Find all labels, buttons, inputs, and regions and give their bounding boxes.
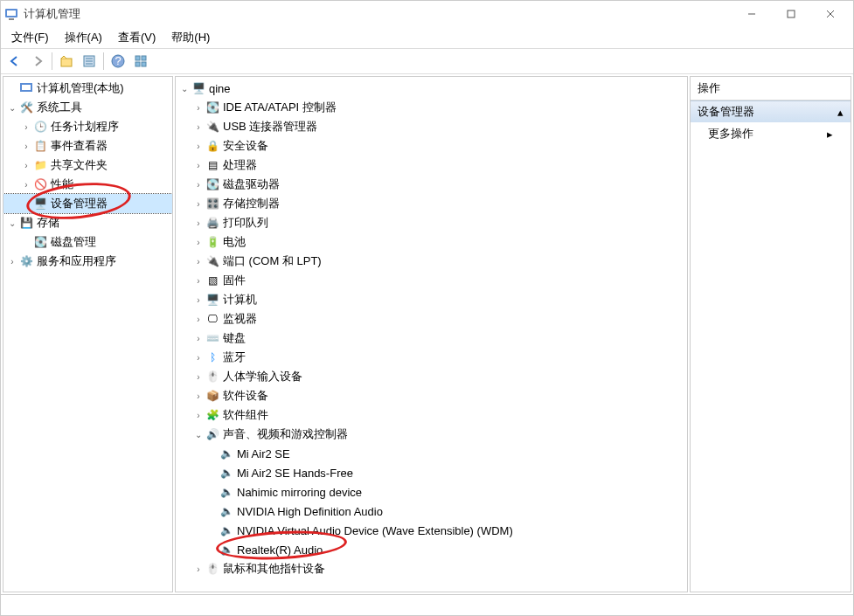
actions-header: 操作 — [691, 77, 851, 100]
sound-device[interactable]: ›🔈Mi Air2 SE — [176, 444, 687, 463]
services-icon: ⚙️ — [19, 254, 33, 268]
device-tree-pane[interactable]: ⌄ 🖥️ qine ›💽IDE ATA/ATAPI 控制器 ›🔌USB 连接器管… — [175, 76, 688, 592]
tree-root[interactable]: ▸ 计算机管理(本地) — [3, 79, 172, 98]
computer-icon: 🖥️ — [205, 293, 219, 307]
twisty-expanded-icon[interactable]: ⌄ — [191, 430, 205, 440]
cat-usb[interactable]: ›🔌USB 连接器管理器 — [176, 117, 687, 136]
cat-monitor[interactable]: ›🖵监视器 — [176, 309, 687, 329]
cat-swdev[interactable]: ›📦软件设备 — [176, 386, 687, 405]
tree-systools[interactable]: ⌄ 🛠️ 系统工具 — [3, 98, 172, 117]
up-button[interactable] — [56, 51, 77, 72]
event-icon: 📋 — [33, 139, 47, 153]
minimize-button[interactable] — [732, 2, 771, 26]
audio-device-icon: 🔈 — [219, 543, 233, 557]
cat-usb-label: USB 连接器管理器 — [223, 119, 317, 135]
menu-file[interactable]: 文件(F) — [4, 28, 56, 47]
tree-sharedfolders[interactable]: › 📁 共享文件夹 — [3, 156, 172, 175]
audio-device-icon: 🔈 — [219, 485, 233, 499]
menu-action[interactable]: 操作(A) — [58, 28, 109, 47]
cat-security[interactable]: ›🔒安全设备 — [176, 136, 687, 156]
tree-systools-label: 系统工具 — [37, 100, 82, 115]
tree-services[interactable]: › ⚙️ 服务和应用程序 — [3, 252, 172, 271]
cat-hid[interactable]: ›🖱️人体学输入设备 — [176, 367, 687, 386]
cat-sound[interactable]: ⌄🔊声音、视频和游戏控制器 — [176, 425, 687, 444]
computer-icon — [19, 81, 33, 95]
cat-computer[interactable]: ›🖥️计算机 — [176, 290, 687, 309]
sound-device[interactable]: ›🔈Mi Air2 SE Hands-Free — [176, 463, 687, 482]
menu-view[interactable]: 查看(V) — [111, 28, 163, 47]
cat-monitor-label: 监视器 — [223, 311, 257, 327]
sound-device-realtek[interactable]: ›🔈Realtek(R) Audio — [176, 540, 687, 559]
cat-storagectrl[interactable]: ›🎛️存储控制器 — [176, 194, 687, 213]
sound-device-label: Mi Air2 SE — [237, 447, 290, 460]
cat-firmware-label: 固件 — [223, 273, 246, 288]
tree-devmgr[interactable]: › 🖥️ 设备管理器 — [3, 194, 172, 213]
audio-device-icon: 🔈 — [219, 446, 233, 460]
tree-storage[interactable]: ⌄ 💾 存储 — [3, 213, 172, 232]
twisty-collapsed-icon[interactable]: › — [5, 257, 19, 266]
svg-rect-17 — [142, 62, 146, 66]
cat-ide-label: IDE ATA/ATAPI 控制器 — [223, 100, 337, 115]
cat-printqueue[interactable]: ›🖨️打印队列 — [176, 213, 687, 232]
sound-device-label: NVIDIA Virtual Audio Device (Wave Extens… — [237, 524, 513, 537]
cat-battery[interactable]: ›🔋电池 — [176, 232, 687, 252]
audio-device-icon: 🔈 — [219, 466, 233, 480]
cat-storagectrl-label: 存储控制器 — [223, 196, 280, 211]
cat-disk[interactable]: ›💽磁盘驱动器 — [176, 175, 687, 194]
svg-rect-16 — [135, 62, 140, 66]
cat-ide[interactable]: ›💽IDE ATA/ATAPI 控制器 — [176, 98, 687, 117]
bluetooth-icon: ᛒ — [205, 350, 219, 364]
tree-diskmgmt-label: 磁盘管理 — [51, 234, 96, 250]
tree-tasksched-label: 任务计划程序 — [51, 119, 119, 135]
sound-device[interactable]: ›🔈NVIDIA Virtual Audio Device (Wave Exte… — [176, 521, 687, 540]
tree-perf-label: 性能 — [51, 176, 73, 192]
properties-button[interactable] — [79, 51, 100, 72]
cat-bluetooth[interactable]: ›ᛒ蓝牙 — [176, 348, 687, 367]
usb-icon: 🔌 — [205, 120, 219, 134]
left-tree-pane[interactable]: ▸ 计算机管理(本地) ⌄ 🛠️ 系统工具 › 🕒 任务计划程序 › 📋 事件查… — [3, 76, 173, 592]
actions-section-devmgr[interactable]: 设备管理器 ▴ — [691, 100, 851, 122]
forward-button[interactable] — [27, 51, 48, 72]
twisty-collapsed-icon[interactable]: › — [19, 122, 33, 132]
sound-device-label: NVIDIA High Definition Audio — [237, 505, 383, 518]
printer-icon: 🖨️ — [205, 216, 219, 230]
actions-pane: 操作 设备管理器 ▴ 更多操作 ▸ — [690, 76, 851, 592]
audio-device-icon: 🔈 — [219, 504, 233, 518]
twisty-expanded-icon[interactable]: ⌄ — [5, 103, 19, 113]
sound-device[interactable]: ›🔈Nahimic mirroring device — [176, 482, 687, 502]
tree-services-label: 服务和应用程序 — [37, 253, 116, 269]
tree-diskmgmt[interactable]: › 💽 磁盘管理 — [3, 232, 172, 252]
component-icon: 🧩 — [205, 408, 219, 422]
cat-firmware[interactable]: ›▧固件 — [176, 271, 687, 290]
menu-help[interactable]: 帮助(H) — [164, 28, 217, 47]
device-root[interactable]: ⌄ 🖥️ qine — [176, 79, 687, 98]
back-button[interactable] — [4, 51, 25, 72]
cat-swcomp[interactable]: ›🧩软件组件 — [176, 405, 687, 425]
twisty-expanded-icon[interactable]: ⌄ — [5, 218, 19, 228]
controller-icon: 🎛️ — [205, 197, 219, 211]
tree-tasksched[interactable]: › 🕒 任务计划程序 — [3, 117, 172, 136]
view-mode-button[interactable] — [130, 51, 151, 72]
cat-cpu[interactable]: ›▤处理器 — [176, 156, 687, 175]
cat-keyboard[interactable]: ›⌨️键盘 — [176, 329, 687, 348]
cat-swcomp-label: 软件组件 — [223, 407, 268, 423]
tree-perf[interactable]: › 🚫 性能 — [3, 175, 172, 194]
help-button[interactable]: ? — [108, 51, 128, 72]
twisty-collapsed-icon[interactable]: › — [19, 142, 33, 151]
drive-icon: 💽 — [205, 100, 219, 114]
disk-icon: 💽 — [205, 177, 219, 191]
close-button[interactable] — [810, 2, 850, 26]
tree-storage-label: 存储 — [37, 215, 59, 231]
maximize-button[interactable] — [771, 2, 810, 26]
twisty-expanded-icon[interactable]: ⌄ — [177, 84, 191, 93]
svg-rect-15 — [142, 56, 146, 60]
sound-device[interactable]: ›🔈NVIDIA High Definition Audio — [176, 502, 687, 521]
device-manager-icon: 🖥️ — [33, 197, 47, 211]
twisty-collapsed-icon[interactable]: › — [19, 161, 33, 170]
cat-ports-label: 端口 (COM 和 LPT) — [223, 253, 322, 269]
tree-eventviewer[interactable]: › 📋 事件查看器 — [3, 136, 172, 156]
cat-mouse[interactable]: ›🖱️鼠标和其他指针设备 — [176, 559, 687, 578]
cat-ports[interactable]: ›🔌端口 (COM 和 LPT) — [176, 252, 687, 271]
action-more[interactable]: 更多操作 ▸ — [691, 122, 851, 145]
twisty-collapsed-icon[interactable]: › — [19, 180, 33, 190]
